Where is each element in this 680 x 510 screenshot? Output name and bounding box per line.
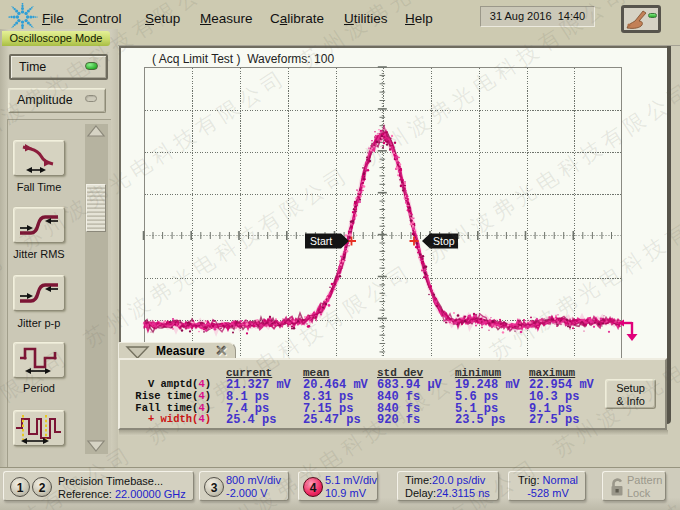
svg-text:Start: Start: [310, 235, 332, 247]
svg-text:Stop: Stop: [433, 235, 455, 247]
